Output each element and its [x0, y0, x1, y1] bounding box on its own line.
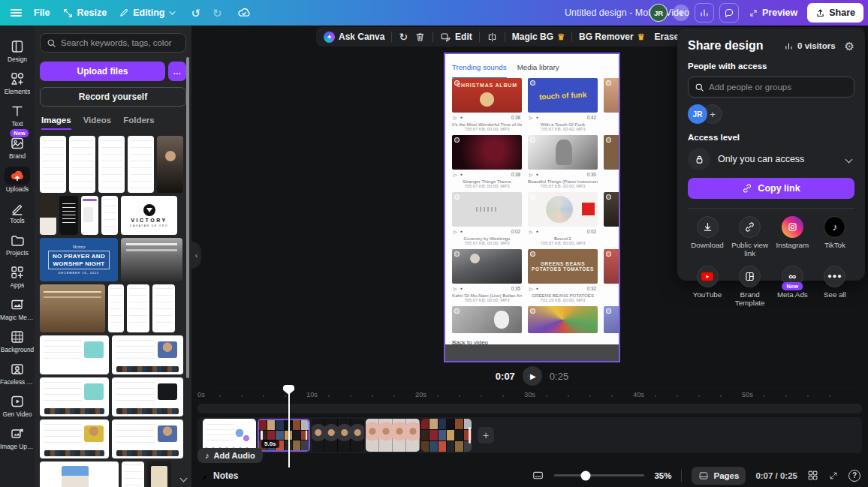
- share-action-meta-ads[interactable]: ∞NewMeta Ads: [773, 266, 812, 308]
- sidebar-item-gen-video[interactable]: Gen Video: [0, 389, 35, 422]
- file-menu[interactable]: File: [34, 8, 50, 18]
- undo-button[interactable]: ↺: [191, 8, 201, 19]
- ask-canva-button[interactable]: ✦ Ask Canva: [324, 32, 384, 43]
- share-action-brand-template[interactable]: Brand Template: [731, 266, 770, 308]
- upload-thumbnail[interactable]: [112, 377, 183, 416]
- upload-thumbnail[interactable]: [98, 136, 125, 193]
- upload-thumbnail[interactable]: [40, 419, 109, 458]
- sidebar-item-magic-media[interactable]: Magic Media: [0, 293, 35, 325]
- sidebar-item-text[interactable]: Text: [0, 99, 35, 131]
- sidebar-item-brand[interactable]: NewBrand: [0, 131, 35, 164]
- upload-thumbnail[interactable]: [40, 136, 66, 193]
- sidebar-item-image-upscaler[interactable]: Image Upsc...: [0, 422, 35, 454]
- add-clip-button[interactable]: +: [478, 427, 494, 443]
- help-button[interactable]: ?: [848, 470, 860, 482]
- upload-thumbnail[interactable]: [40, 461, 119, 487]
- bg-remover-button[interactable]: BG Remover♛: [579, 32, 645, 42]
- timeline-clip-1[interactable]: [203, 419, 256, 452]
- editing-mode-dropdown[interactable]: Editing: [119, 8, 173, 18]
- magic-bg-button[interactable]: Magic BG♛: [512, 32, 565, 42]
- zoom-percent[interactable]: 35%: [654, 471, 671, 480]
- upload-thumbnail[interactable]: [59, 196, 78, 235]
- sidebar-item-elements[interactable]: Elements: [0, 67, 35, 99]
- share-action-youtube[interactable]: ▶YouTube: [688, 266, 727, 308]
- rotate-button[interactable]: ↻: [399, 32, 408, 42]
- search-input[interactable]: [61, 38, 179, 47]
- sidebar-item-apps[interactable]: Apps: [0, 260, 35, 293]
- panel-scrollbar[interactable]: [186, 57, 189, 378]
- preview-button[interactable]: Preview: [744, 8, 802, 18]
- upload-thumbnail[interactable]: [152, 284, 175, 332]
- sidebar-item-design[interactable]: Design: [0, 35, 35, 67]
- redo-button[interactable]: ↻: [212, 8, 222, 19]
- add-member-button[interactable]: +: [673, 5, 689, 21]
- visitors-button[interactable]: 0 visitors: [784, 41, 836, 51]
- play-button[interactable]: ▶: [523, 366, 542, 386]
- sidebar-item-uploads[interactable]: Uploads: [0, 164, 35, 196]
- upload-thumbnail[interactable]: [128, 136, 154, 193]
- upload-thumbnail[interactable]: [157, 136, 183, 193]
- grid-view-icon[interactable]: [807, 470, 818, 481]
- upload-thumbnail[interactable]: [101, 196, 118, 235]
- user-avatar[interactable]: JR: [649, 4, 668, 22]
- upload-thumbnail[interactable]: [40, 335, 109, 374]
- upload-thumbnail[interactable]: [112, 335, 183, 374]
- share-action-tiktok[interactable]: ♪TikTok: [815, 216, 854, 258]
- copy-link-button[interactable]: Copy link: [688, 178, 854, 199]
- timeline-clip-4[interactable]: [366, 419, 420, 452]
- sidebar-item-tools[interactable]: Tools: [0, 196, 35, 228]
- clip-trim-handle[interactable]: [469, 427, 471, 443]
- resize-button[interactable]: Resize: [62, 8, 107, 19]
- upload-thumbnail[interactable]: [81, 196, 98, 235]
- pages-button[interactable]: Pages: [692, 467, 746, 485]
- zoom-slider[interactable]: [554, 474, 644, 476]
- upload-thumbnail[interactable]: [127, 284, 149, 332]
- upload-thumbnail-worship-banner[interactable]: Victory NO PRAYER ANDWORSHIP NIGHT DECEM…: [40, 238, 118, 281]
- upload-thumbnail[interactable]: [112, 419, 183, 458]
- mirror-button[interactable]: [487, 32, 498, 43]
- edit-image-button[interactable]: Edit: [440, 32, 472, 43]
- upload-thumbnail[interactable]: [122, 461, 144, 487]
- delete-button[interactable]: [414, 32, 426, 43]
- canvas-page[interactable]: Trending sounds Media library CHRISTMAS …: [444, 53, 620, 362]
- upload-thumbnail[interactable]: [40, 196, 56, 235]
- share-action-download[interactable]: Download: [688, 216, 727, 258]
- tab-folders[interactable]: Folders: [123, 116, 155, 130]
- timeline-ruler[interactable]: 0s10s20s30s40s50s: [191, 391, 868, 401]
- panel-collapse-button[interactable]: ‹: [191, 242, 201, 269]
- timeline-clip-5[interactable]: [421, 419, 472, 452]
- share-action-public-view-link[interactable]: Public view link: [731, 216, 770, 258]
- share-action-see-all[interactable]: ●●●See all: [815, 266, 854, 308]
- timeline-track-secondary[interactable]: [197, 404, 862, 413]
- upload-thumbnail[interactable]: [40, 284, 105, 332]
- tab-images[interactable]: Images: [41, 116, 71, 130]
- collaborator-avatar[interactable]: JR: [688, 104, 707, 124]
- share-button[interactable]: Share: [807, 3, 863, 23]
- upload-thumbnail[interactable]: [40, 377, 109, 416]
- notes-button[interactable]: Notes: [197, 470, 238, 481]
- sidebar-item-faceless-video[interactable]: Faceless Vi...: [0, 357, 35, 389]
- upload-thumbnail[interactable]: [147, 461, 171, 487]
- upload-files-button[interactable]: Upload files: [40, 62, 165, 81]
- timeline-clip-2[interactable]: 5.0s: [258, 419, 310, 452]
- tab-videos[interactable]: Videos: [83, 116, 112, 130]
- record-yourself-button[interactable]: Record yourself: [40, 87, 186, 107]
- main-menu-icon[interactable]: [11, 7, 22, 19]
- access-level-dropdown[interactable]: Only you can access: [688, 148, 854, 170]
- playhead-line[interactable]: [288, 386, 290, 467]
- comments-button[interactable]: [719, 3, 739, 23]
- fullscreen-icon[interactable]: [828, 470, 839, 481]
- insights-button[interactable]: [695, 3, 714, 23]
- add-audio-button[interactable]: ♪ Add Audio: [197, 448, 263, 463]
- timeline-clip-3[interactable]: [312, 419, 364, 452]
- share-settings-button[interactable]: ⚙: [845, 41, 854, 52]
- sidebar-item-background[interactable]: Background: [0, 325, 35, 357]
- upload-more-button[interactable]: ...: [168, 62, 186, 81]
- upload-thumbnail[interactable]: [121, 238, 182, 281]
- zoom-slider-knob[interactable]: [581, 470, 591, 480]
- add-people-input[interactable]: [709, 83, 848, 92]
- timeline-view-icon[interactable]: [532, 470, 544, 481]
- sidebar-item-projects[interactable]: Projects: [0, 228, 35, 260]
- upload-thumbnail[interactable]: [108, 284, 124, 332]
- share-action-instagram[interactable]: Instagram: [773, 216, 812, 258]
